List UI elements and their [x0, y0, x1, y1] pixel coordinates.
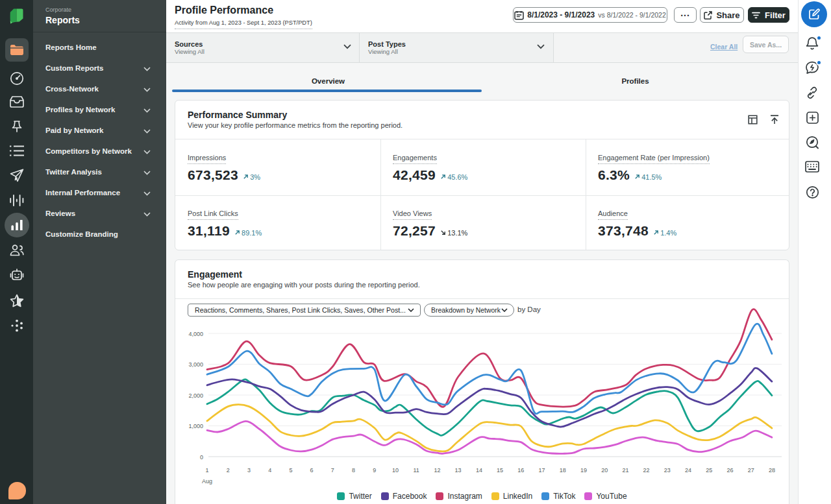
svg-text:15: 15 — [497, 467, 503, 474]
svg-text:28: 28 — [769, 467, 775, 474]
svg-text:21: 21 — [622, 467, 628, 474]
svg-text:27: 27 — [748, 467, 754, 474]
svg-text:9: 9 — [373, 467, 376, 474]
svg-text:20: 20 — [601, 467, 608, 474]
svg-text:26: 26 — [726, 467, 733, 474]
svg-text:16: 16 — [517, 467, 524, 474]
svg-text:14: 14 — [476, 467, 482, 474]
svg-text:4,000: 4,000 — [188, 331, 203, 337]
svg-text:12: 12 — [434, 467, 440, 474]
svg-text:18: 18 — [560, 467, 566, 474]
svg-text:17: 17 — [538, 467, 545, 474]
svg-text:6: 6 — [310, 467, 314, 474]
svg-text:25: 25 — [706, 467, 712, 474]
svg-text:13: 13 — [455, 467, 462, 474]
svg-text:11: 11 — [414, 467, 419, 474]
svg-text:1: 1 — [205, 467, 208, 474]
svg-text:24: 24 — [685, 467, 691, 474]
svg-text:19: 19 — [580, 467, 587, 474]
svg-text:10: 10 — [392, 467, 399, 474]
svg-text:3: 3 — [247, 467, 251, 474]
svg-text:5: 5 — [289, 467, 292, 474]
svg-text:8: 8 — [352, 467, 355, 474]
svg-text:23: 23 — [664, 467, 671, 474]
svg-text:Aug: Aug — [202, 478, 212, 485]
svg-text:0: 0 — [200, 454, 203, 461]
svg-text:2: 2 — [227, 467, 230, 474]
svg-text:22: 22 — [643, 467, 650, 474]
svg-text:2,000: 2,000 — [188, 392, 203, 399]
svg-text:1,000: 1,000 — [188, 423, 203, 429]
svg-text:3,000: 3,000 — [188, 361, 203, 368]
svg-text:7: 7 — [331, 467, 334, 474]
svg-text:4: 4 — [268, 467, 271, 474]
